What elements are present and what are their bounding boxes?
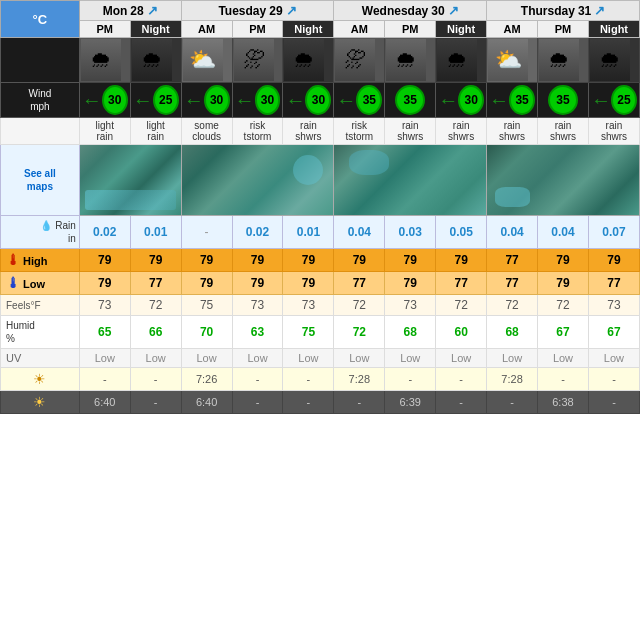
thu-pm-uv: Low [538, 349, 589, 368]
wed-pm-icon: 🌧 [385, 38, 436, 83]
thu-am-sunrise: 7:28 [487, 368, 538, 391]
tue-pm-humid: 63 [232, 316, 283, 349]
mon-night-sunset: - [130, 391, 181, 414]
thu-am-uv: Low [487, 349, 538, 368]
wed-am-feels: 72 [334, 295, 385, 316]
tue-am-sunset: 6:40 [181, 391, 232, 414]
mon-expand-icon[interactable]: ↗ [147, 3, 158, 18]
thu-pm-high: 79 [538, 249, 589, 272]
wed-night-humid: 60 [436, 316, 487, 349]
mon-night-cond: light rain [130, 118, 181, 145]
rain-label: 💧 Rainin [1, 216, 80, 249]
thu-night-wind: ← 25 [588, 83, 639, 118]
thu-pm-label: PM [538, 21, 589, 38]
wed-pm-label: PM [385, 21, 436, 38]
wed-pm-low: 79 [385, 272, 436, 295]
thu-night-humid: 67 [588, 316, 639, 349]
maps-row: See allmaps [1, 145, 640, 216]
tue-map [181, 145, 334, 216]
thu-header: Thursday 31 ↗ [487, 1, 640, 21]
wed-pm-humid: 68 [385, 316, 436, 349]
thu-pm-feels: 72 [538, 295, 589, 316]
thu-night-feels: 73 [588, 295, 639, 316]
tue-pm-wind: ← 30 [232, 83, 283, 118]
tue-pm-high: 79 [232, 249, 283, 272]
wed-night-low: 77 [436, 272, 487, 295]
thu-am-high: 77 [487, 249, 538, 272]
sunrise-label: ☀ [1, 368, 80, 391]
thu-night-sunset: - [588, 391, 639, 414]
wed-expand-icon[interactable]: ↗ [448, 3, 459, 18]
wed-pm-feels: 73 [385, 295, 436, 316]
celsius-unit[interactable]: °C [1, 1, 80, 38]
wed-pm-high: 79 [385, 249, 436, 272]
tue-am-low: 79 [181, 272, 232, 295]
tue-night-sunrise: - [283, 368, 334, 391]
mon-pm-icon: 🌧 [79, 38, 130, 83]
feels-label: Feels°F [1, 295, 80, 316]
tue-night-sunset: - [283, 391, 334, 414]
rain-row: 💧 Rainin 0.02 0.01 - 0.02 0.01 0.04 0.03… [1, 216, 640, 249]
thu-expand-icon[interactable]: ↗ [594, 3, 605, 18]
wed-am-uv: Low [334, 349, 385, 368]
mon-night-humid: 66 [130, 316, 181, 349]
conditions-label [1, 118, 80, 145]
humid-row: Humid% 65 66 70 63 75 72 68 60 68 67 67 [1, 316, 640, 349]
see-all-maps[interactable]: See allmaps [1, 145, 80, 216]
tue-pm-feels: 73 [232, 295, 283, 316]
tue-am-humid: 70 [181, 316, 232, 349]
wed-night-cond: rain shwrs [436, 118, 487, 145]
mon-night-high: 79 [130, 249, 181, 272]
wed-night-label: Night [436, 21, 487, 38]
conditions-row: light rain light rain some clouds risk t… [1, 118, 640, 145]
tue-expand-icon[interactable]: ↗ [286, 3, 297, 18]
low-row: 🌡 Low 79 77 79 79 79 77 79 77 77 79 77 [1, 272, 640, 295]
tue-pm-uv: Low [232, 349, 283, 368]
mon-night-icon: 🌧 [130, 38, 181, 83]
thu-am-label: AM [487, 21, 538, 38]
tue-pm-rain: 0.02 [232, 216, 283, 249]
wed-am-rain: 0.04 [334, 216, 385, 249]
mon-night-wind: ← 25 [130, 83, 181, 118]
thu-pm-sunrise: - [538, 368, 589, 391]
thu-night-label: Night [588, 21, 639, 38]
feels-row: Feels°F 73 72 75 73 73 72 73 72 72 72 73 [1, 295, 640, 316]
mon-night-label: Night [130, 21, 181, 38]
mon-pm-uv: Low [79, 349, 130, 368]
high-label: 🌡 High [1, 249, 80, 272]
thu-pm-icon: 🌧 [538, 38, 589, 83]
tue-night-cond: rain shwrs [283, 118, 334, 145]
tue-night-high: 79 [283, 249, 334, 272]
mon-pm-humid: 65 [79, 316, 130, 349]
mon-night-uv: Low [130, 349, 181, 368]
thu-am-sunset: - [487, 391, 538, 414]
wed-pm-uv: Low [385, 349, 436, 368]
tue-am-feels: 75 [181, 295, 232, 316]
tue-am-icon: ⛅ [181, 38, 232, 83]
mon-night-feels: 72 [130, 295, 181, 316]
period-row: PM Night AM PM Night AM PM Night AM PM N… [1, 21, 640, 38]
thu-am-rain: 0.04 [487, 216, 538, 249]
thu-night-uv: Low [588, 349, 639, 368]
tue-pm-cond: risk tstorm [232, 118, 283, 145]
wed-night-uv: Low [436, 349, 487, 368]
thu-am-wind: ← 35 [487, 83, 538, 118]
thu-pm-low: 79 [538, 272, 589, 295]
thu-night-sunrise: - [588, 368, 639, 391]
thu-pm-cond: rain shwrs [538, 118, 589, 145]
uv-label: UV [1, 349, 80, 368]
wind-row: Windmph ← 30 ← 25 ← 30 [1, 83, 640, 118]
mon-night-low: 77 [130, 272, 181, 295]
wed-night-wind: ← 30 [436, 83, 487, 118]
tue-am-cond: some clouds [181, 118, 232, 145]
mon-pm-high: 79 [79, 249, 130, 272]
sunset-label: ☀ [1, 391, 80, 414]
tue-am-wind: ← 30 [181, 83, 232, 118]
wed-night-high: 79 [436, 249, 487, 272]
thu-am-icon: ⛅ [487, 38, 538, 83]
mon-pm-wind: ← 30 [79, 83, 130, 118]
wed-pm-sunset: 6:39 [385, 391, 436, 414]
thu-am-cond: rain shwrs [487, 118, 538, 145]
mon-pm-rain: 0.02 [79, 216, 130, 249]
wed-night-rain: 0.05 [436, 216, 487, 249]
